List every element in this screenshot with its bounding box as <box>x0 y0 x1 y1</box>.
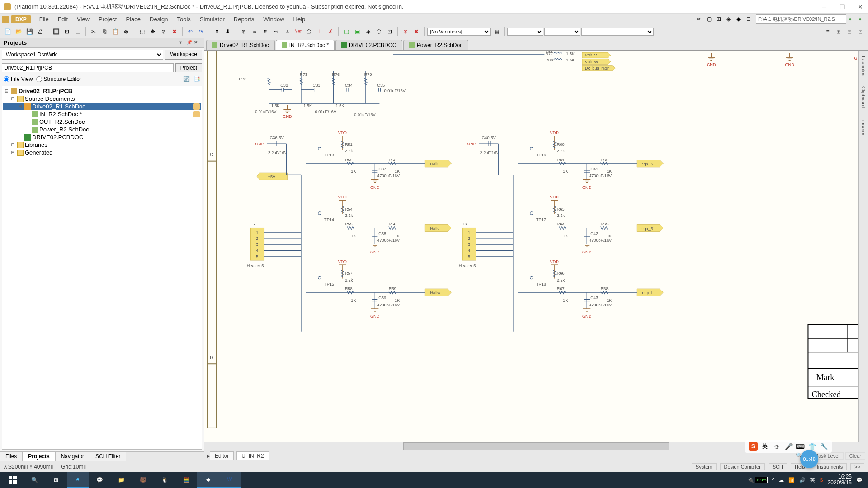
port-icon[interactable]: ⬠ <box>304 27 314 37</box>
menu-window[interactable]: Window <box>259 15 288 23</box>
bus-icon[interactable]: ≋ <box>260 27 270 37</box>
sogou-tray-icon[interactable]: S <box>820 477 823 483</box>
schematic-svg[interactable]: C D Volt_V Volt_W Dc_bus_mon R77 R80 1.5… <box>204 51 868 428</box>
cut-icon[interactable]: ✂ <box>89 27 99 37</box>
tool-icon[interactable]: ▢ <box>706 15 714 23</box>
rubber-icon[interactable]: ⊗ <box>121 27 131 37</box>
search-icon[interactable]: 🔍 <box>24 472 45 488</box>
device-icon[interactable]: ◈ <box>363 27 373 37</box>
power-icon[interactable]: ⊥ <box>315 27 325 37</box>
grid2-icon[interactable]: ⊟ <box>844 27 854 37</box>
print-icon[interactable]: 🖨 <box>35 27 45 37</box>
hierarchy-dn-icon[interactable]: ⬇ <box>223 27 233 37</box>
filter3[interactable] <box>581 28 654 36</box>
close-button[interactable]: ✕ <box>856 3 864 11</box>
tab-navigator[interactable]: Navigator <box>56 452 90 461</box>
sheet-entry-icon[interactable]: ▣ <box>352 27 362 37</box>
ime-floating-bar[interactable]: S 英 ☺ 🎤 ⌨ 👕 🔧 <box>745 440 832 453</box>
path-box[interactable]: F:\A.1 电机驱动\DRIVE02\IN_R2.S <box>756 14 846 24</box>
dxp-menu[interactable]: DXP <box>11 15 31 23</box>
notifications-icon[interactable]: 💬 <box>856 477 863 483</box>
start-button[interactable] <box>2 472 24 488</box>
tool-icon[interactable]: ⊡ <box>746 15 754 23</box>
tree-root[interactable]: ⊟Drive02_R1.PrjPCB <box>3 87 201 95</box>
cross-probe-icon[interactable]: ⊕ <box>239 27 249 37</box>
wifi-icon[interactable]: 📶 <box>788 477 795 483</box>
select-icon[interactable]: ⬚ <box>137 27 147 37</box>
menu-tools[interactable]: Tools <box>172 15 195 23</box>
menu-edit[interactable]: Edit <box>53 15 72 23</box>
tab-sch-filter[interactable]: SCH Filter <box>90 452 126 461</box>
tree-item[interactable]: Power_R2.SchDoc <box>3 126 201 133</box>
ime-icon[interactable]: 英 <box>810 477 815 483</box>
wechat-icon[interactable]: 💬 <box>89 472 110 488</box>
filter2[interactable] <box>544 28 580 36</box>
tool-icon[interactable]: ◈ <box>726 15 734 23</box>
menu-project[interactable]: Project <box>94 15 121 23</box>
tray-icon[interactable]: ☁ <box>779 477 784 483</box>
sb-more[interactable]: >> <box>850 463 864 470</box>
copy-icon[interactable]: ⎘ <box>99 27 109 37</box>
app-icon[interactable]: 🐻 <box>132 472 154 488</box>
nc-icon[interactable]: ✗ <box>326 27 335 37</box>
grid1-icon[interactable]: ⊞ <box>834 27 844 37</box>
open-icon[interactable]: 📂 <box>14 27 24 37</box>
tool-icon[interactable]: ✏ <box>696 15 704 23</box>
grid3-icon[interactable]: ⊡ <box>855 27 865 37</box>
tab-clipboard[interactable]: Clipboard <box>860 84 867 110</box>
paste-icon[interactable]: 📋 <box>110 27 120 37</box>
sogou-icon[interactable]: S <box>749 442 758 451</box>
battery-icon[interactable]: 🔌100% <box>748 477 768 483</box>
workspace-select[interactable]: Workspace1.DsnWrk <box>2 50 163 60</box>
project-tree[interactable]: ⊟Drive02_R1.PrjPCB ⊟Source Documents ⊟Dr… <box>2 86 202 450</box>
panel-pin-icon[interactable]: 📌 <box>187 40 193 46</box>
delete-icon[interactable]: ✖ <box>411 27 421 37</box>
tree-item[interactable]: ⊟Drive02_R1.SchDoc <box>3 103 201 110</box>
struct-editor-radio[interactable]: Structure Editor <box>36 76 81 82</box>
task-view-icon[interactable]: ⊞ <box>45 472 67 488</box>
timer-badge[interactable]: 01:48 <box>800 450 818 468</box>
net-icon[interactable]: Net <box>293 27 303 37</box>
redo-icon[interactable]: ↷ <box>196 27 206 37</box>
ime-tool-icon[interactable]: 🔧 <box>819 442 828 451</box>
sb-system[interactable]: System <box>692 463 717 470</box>
sheet-tab[interactable]: U_IN_R2 <box>236 451 269 460</box>
tool-icon[interactable]: ⊞ <box>716 15 724 23</box>
new-icon[interactable]: 📄 <box>3 27 13 37</box>
zoom-sel-icon[interactable]: ◫ <box>73 27 83 37</box>
nav-back-icon[interactable]: ● <box>848 15 856 23</box>
workspace-button[interactable]: Workspace <box>165 50 202 60</box>
doc-tab[interactable]: Power_R2.SchDoc <box>403 40 468 50</box>
schematic-canvas[interactable]: C D Volt_V Volt_W Dc_bus_mon R77 R80 1.5… <box>204 51 868 442</box>
menu-help[interactable]: Help <box>289 15 310 23</box>
zoom-area-icon[interactable]: 🔲 <box>51 27 61 37</box>
tree-folder[interactable]: ⊞Libraries <box>3 141 201 149</box>
tree-item[interactable]: DRIVE02.PCBDOC <box>3 133 201 141</box>
tab-projects[interactable]: Projects <box>23 452 55 461</box>
sheet-icon[interactable]: ▢ <box>341 27 351 37</box>
minimize-button[interactable]: ─ <box>820 3 828 11</box>
doc-tab[interactable]: DRIVE02.PCBDOC <box>335 40 402 50</box>
tray-up-icon[interactable]: ^ <box>772 477 774 483</box>
sb-design-compiler[interactable]: Design Compiler <box>720 463 765 470</box>
wire-icon[interactable]: ≈ <box>250 27 259 37</box>
explorer-icon[interactable]: 📁 <box>110 472 132 488</box>
menu-design[interactable]: Design <box>145 15 172 23</box>
refresh-icon[interactable]: 🔄 <box>183 76 190 82</box>
gnd-icon[interactable]: ⏚ <box>282 27 292 37</box>
deselect-icon[interactable]: ⊘ <box>159 27 169 37</box>
tab-libraries[interactable]: Libraries <box>860 115 867 139</box>
edge-icon[interactable]: e <box>67 472 89 488</box>
save-icon[interactable]: 💾 <box>24 27 34 37</box>
undo-icon[interactable]: ↶ <box>185 27 195 37</box>
tree-folder[interactable]: ⊟Source Documents <box>3 95 201 103</box>
panel-dropdown-icon[interactable]: ▾ <box>179 40 186 46</box>
menu-place[interactable]: Place <box>121 15 145 23</box>
menu-simulator[interactable]: Simulator <box>195 15 229 23</box>
compile-icon[interactable]: ⊗ <box>401 27 410 37</box>
layout-icon[interactable]: ≡ <box>823 27 833 37</box>
options-icon[interactable]: 📑 <box>193 76 200 82</box>
app-icon[interactable]: 🐧 <box>154 472 175 488</box>
tree-folder[interactable]: ⊞Generated <box>3 149 201 156</box>
doc-tab[interactable]: IN_R2.SchDoc * <box>276 40 335 50</box>
